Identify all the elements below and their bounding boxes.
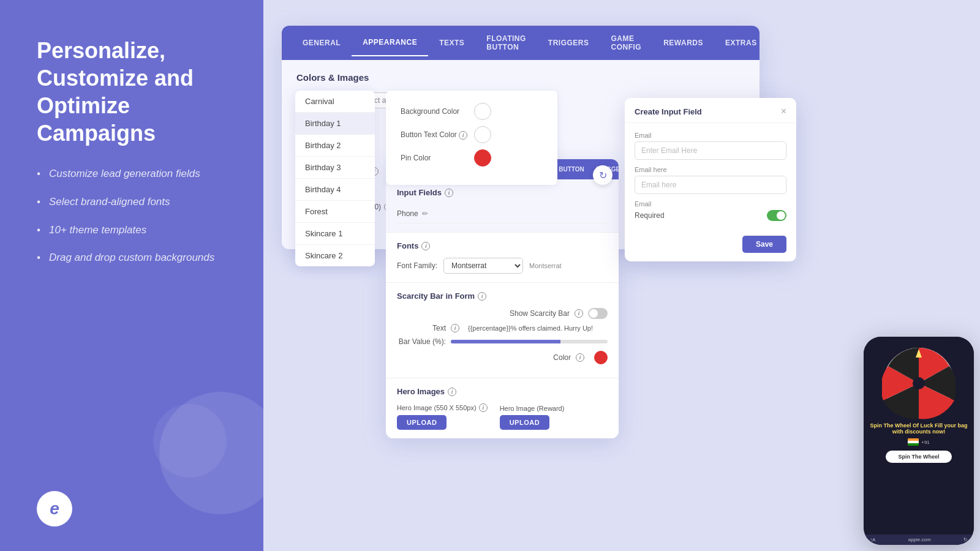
input-fields-header: Input Fields i <box>397 188 608 197</box>
theme-option-birthday2[interactable]: Birthday 2 <box>295 135 375 157</box>
font-value-display: Montserrat <box>529 262 562 269</box>
decorative-blob2 <box>153 404 227 478</box>
phone-bar-left: ↑A <box>870 537 875 542</box>
hero-reward-upload-btn[interactable]: UPLOAD <box>500 415 549 430</box>
tab-rewards[interactable]: REWARDS <box>652 30 714 56</box>
spin-wheel-svg <box>882 347 956 420</box>
phone-browser-bar: ↑A apple.com ↻ <box>864 534 974 545</box>
phone-screen: Spin The Wheel Of Luck Fill your bag wit… <box>864 337 974 545</box>
font-family-row: Font Family: Montserrat Montserrat <box>397 258 608 274</box>
tab-game-config[interactable]: GAME CONFIG <box>600 26 652 60</box>
fonts-section: Fonts i Font Family: Montserrat Montserr… <box>386 232 619 282</box>
scarcity-show-label: Show Scarcity Bar <box>510 309 570 318</box>
input-fields-info-icon[interactable]: i <box>445 189 453 197</box>
svg-point-1 <box>913 377 925 389</box>
modal-close-btn[interactable]: × <box>781 107 786 116</box>
scarcity-bar-row: Bar Value (%): <box>397 337 608 346</box>
spin-wheel-btn[interactable]: Spin The Wheel <box>886 451 951 463</box>
spin-wheel-container <box>864 337 974 420</box>
scarcity-section: Scarcity Bar in Form i Show Scarcity Bar… <box>386 282 619 378</box>
tab-floating-button[interactable]: FLOATING BUTTON <box>475 26 537 60</box>
fonts-info-icon[interactable]: i <box>421 242 430 250</box>
phone-bar-domain: apple.com <box>908 537 931 542</box>
font-select[interactable]: Montserrat <box>443 258 523 274</box>
hero-section: Hero Images i Hero Image (550 X 550px) i… <box>386 378 619 438</box>
pin-color-swatch[interactable] <box>474 149 491 167</box>
modal-header: Create Input Field × <box>625 98 796 123</box>
toggle-knob <box>589 309 598 318</box>
theme-option-birthday1[interactable]: Birthday 1 <box>295 113 375 135</box>
hero-image-upload-btn[interactable]: UPLOAD <box>397 415 447 430</box>
btn-text-color-row: Button Text Color i <box>401 126 543 143</box>
hero-header: Hero Images i <box>397 387 608 396</box>
bullet-item-3: 10+ theme templates <box>37 223 233 238</box>
scarcity-text-label: Text <box>397 324 446 332</box>
progress-fill <box>451 340 560 343</box>
theme-option-birthday4[interactable]: Birthday 4 <box>295 179 375 201</box>
modal-title: Create Input Field <box>635 107 702 116</box>
required-toggle[interactable] <box>767 210 786 221</box>
tab-appearance[interactable]: APPEARANCE <box>352 29 428 56</box>
btn-text-color-info-icon[interactable]: i <box>459 131 467 140</box>
field-row-phone: Phone ✏ <box>397 204 608 223</box>
appearance-window: GENERAL APPEARANCE TEXTS FLOATING BUTTON… <box>386 159 619 438</box>
fonts-header: Fonts i <box>397 241 608 250</box>
modal-body: Email Email here Email Required <box>625 123 796 230</box>
bullet-item-2: Select brand-aligned fonts <box>37 195 233 209</box>
section-title: Colors & Images <box>296 72 745 83</box>
tab-triggers[interactable]: TRIGGERS <box>537 30 600 56</box>
tab-extras[interactable]: EXTRAS <box>714 30 760 56</box>
hero-info-icon[interactable]: i <box>448 388 456 396</box>
scarcity-text-value: {{percentage}}% offers claimed. Hurry Up… <box>464 324 608 332</box>
bullet-item-1: Customize lead generation fields <box>37 167 233 181</box>
scarcity-text-row: Text i {{percentage}}% offers claimed. H… <box>397 324 608 332</box>
india-flag-icon <box>908 438 919 446</box>
hero-reward-section: Hero Image (Reward) UPLOAD <box>500 405 565 430</box>
theme-option-skincare2[interactable]: Skincare 2 <box>295 245 375 266</box>
phone-flag-row: +91 <box>864 437 974 447</box>
nav-tabs: GENERAL APPEARANCE TEXTS FLOATING BUTTON… <box>282 26 760 60</box>
modal-footer: Save <box>625 230 796 261</box>
scarcity-toggle[interactable] <box>588 308 608 319</box>
theme-option-birthday3[interactable]: Birthday 3 <box>295 157 375 179</box>
theme-option-forest[interactable]: Forest <box>295 201 375 223</box>
modal-field-input[interactable] <box>635 141 786 160</box>
scarcity-color-row: Color i <box>397 351 608 364</box>
bg-color-row: Background Color <box>401 103 543 120</box>
headline: Personalize, Customize and Optimize Camp… <box>37 37 233 147</box>
scarcity-progress-bar[interactable] <box>451 340 608 343</box>
tab-general[interactable]: GENERAL <box>292 30 352 56</box>
scarcity-color-info[interactable]: i <box>576 353 584 362</box>
scarcity-text-info[interactable]: i <box>451 324 459 332</box>
window2-scroll: Input Fields i Phone ✏ Fonts i Font Fa <box>386 179 619 438</box>
bg-color-swatch[interactable] <box>474 103 491 120</box>
phone-bar-icon[interactable]: ↻ <box>963 537 968 542</box>
scarcity-bar-label: Bar Value (%): <box>397 337 446 346</box>
bg-color-label: Background Color <box>401 107 468 116</box>
modal-save-btn[interactable]: Save <box>742 236 786 253</box>
required-label: Required <box>635 211 665 220</box>
modal-placeholder-input[interactable] <box>635 176 786 194</box>
required-toggle-knob <box>777 211 785 220</box>
phone-spin-title: Spin The Wheel Of Luck Fill your bag wit… <box>864 420 974 437</box>
input-fields-section: Input Fields i Phone ✏ <box>386 179 619 232</box>
tab-texts[interactable]: TEXTS <box>428 30 475 56</box>
refresh-icon[interactable]: ↻ <box>593 165 612 185</box>
hero-image-info[interactable]: i <box>479 403 488 412</box>
pin-color-label: Pin Color <box>401 154 468 162</box>
theme-option-skincare1[interactable]: Skincare 1 <box>295 223 375 245</box>
hero-image-section: Hero Image (550 X 550px) i UPLOAD <box>397 403 488 430</box>
btn-text-color-swatch[interactable] <box>474 126 491 143</box>
field-edit-icon[interactable]: ✏ <box>422 209 428 218</box>
left-panel: Personalize, Customize and Optimize Camp… <box>0 0 263 551</box>
logo-icon: e <box>37 491 72 527</box>
modal-field-label: Email <box>635 132 786 139</box>
scarcity-color-swatch[interactable] <box>594 351 608 364</box>
colors-panel: Background Color Button Text Color i Pin… <box>386 91 557 185</box>
scarcity-show-info[interactable]: i <box>575 309 583 318</box>
theme-dropdown: Carnival Birthday 1 Birthday 2 Birthday … <box>295 91 375 266</box>
create-input-modal: Create Input Field × Email Email here Em… <box>625 98 796 261</box>
theme-option-carnival[interactable]: Carnival <box>295 91 375 113</box>
scarcity-info-icon[interactable]: i <box>478 292 486 301</box>
hero-reward-label: Hero Image (Reward) <box>500 405 565 412</box>
